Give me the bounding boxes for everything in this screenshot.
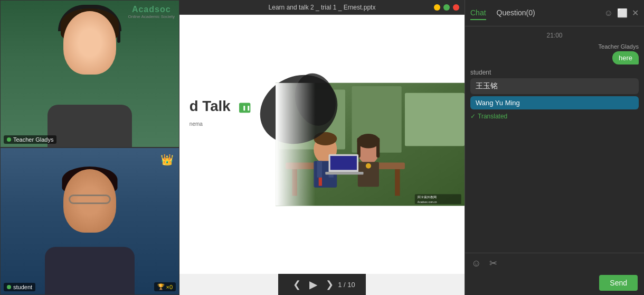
close-header-icon[interactable]: ✕ (632, 8, 639, 18)
svg-text:nema: nema (190, 121, 203, 127)
teacher-name-label: Teacher Gladys (13, 136, 53, 143)
send-button[interactable]: Send (599, 275, 638, 291)
student-name-badge: student (4, 283, 35, 291)
translated-badge: ✓ Translated (470, 113, 639, 120)
translated-text-bubble: Wang Yu Ming (470, 96, 639, 109)
trophy-icon: 🏆 (157, 283, 165, 290)
acadsoc-logo-text: Acadsoc (128, 5, 175, 14)
chat-header-icons: ☺ ⬜ ✕ (604, 8, 639, 18)
scissors-icon[interactable]: ✂ (489, 257, 497, 269)
titlebar-controls (434, 4, 459, 11)
svg-rect-23 (325, 172, 363, 174)
trophy-badge: 🏆 ×0 (154, 282, 176, 291)
svg-text:d Talk: d Talk (190, 98, 231, 114)
teacher-face (63, 11, 116, 75)
svg-rect-5 (405, 93, 465, 146)
presentation-titlebar: Learn and talk 2 _ trial 1 _ Ernest.pptx (179, 0, 465, 15)
svg-rect-26 (276, 83, 315, 206)
slide-counter: 1 / 10 (338, 281, 355, 289)
mic-icon (7, 137, 11, 142)
teacher-body (48, 105, 132, 147)
prev-slide-button[interactable]: ❮ (289, 276, 305, 292)
emoji-icon[interactable]: ☺ (471, 258, 481, 269)
chat-footer: ☺ ✂ Send (465, 253, 644, 295)
close-button[interactable] (453, 4, 459, 11)
center-panel: Learn and talk 2 _ trial 1 _ Ernest.pptx (179, 0, 465, 295)
send-btn-container: Send (471, 275, 638, 291)
chat-time: 21:00 (470, 32, 639, 39)
maximize-button[interactable] (443, 4, 450, 11)
tab-chat[interactable]: Chat (470, 6, 486, 20)
student-avatar-bg: 👑 (1, 148, 179, 294)
svg-text:Acadsoc.com.cn: Acadsoc.com.cn (418, 200, 437, 204)
student-message-area: student 王玉铭 Wang Yu Ming ✓ Translated (470, 69, 639, 120)
student-mic-icon (7, 285, 11, 289)
glasses-icon (69, 195, 111, 204)
svg-point-18 (357, 134, 380, 149)
teacher-message-bubble: here (612, 51, 639, 64)
student-message-sender: student (470, 69, 639, 76)
svg-text:阿卡索外教网: 阿卡索外教网 (418, 196, 437, 199)
next-slide-button[interactable]: ❯ (321, 276, 338, 292)
svg-text:❚❚: ❚❚ (242, 105, 251, 111)
student-body (45, 247, 135, 294)
chat-header: Chat Question(0) ☺ ⬜ ✕ (465, 0, 644, 26)
teacher-message-sender: Teacher Gladys (599, 43, 639, 50)
student-name-label: student (13, 284, 32, 290)
right-panel: Chat Question(0) ☺ ⬜ ✕ 21:00 Teacher Gla… (465, 0, 644, 295)
svg-rect-22 (330, 156, 357, 170)
svg-rect-8 (395, 169, 400, 196)
slide-scene-svg: 阿卡索外教网 Acadsoc.com.cn d Talk ❚❚ nema (179, 15, 465, 274)
teacher-message-container: Teacher Gladys here (470, 43, 639, 64)
teacher-name-badge: Teacher Gladys (4, 135, 56, 144)
footer-icons: ☺ ✂ (471, 257, 638, 269)
minimize-button[interactable] (434, 4, 440, 11)
slide-container: 阿卡索外教网 Acadsoc.com.cn d Talk ❚❚ nema (179, 15, 465, 274)
chinese-text-bubble: 王玉铭 (470, 78, 639, 94)
translated-label: Translated (478, 113, 507, 120)
chat-tabs: Chat Question(0) (470, 6, 535, 20)
resize-header-icon[interactable]: ⬜ (617, 8, 628, 18)
svg-point-17 (366, 163, 371, 169)
check-icon: ✓ (470, 113, 476, 120)
crown-icon: 👑 (160, 153, 174, 166)
slide-background: 阿卡索外教网 Acadsoc.com.cn d Talk ❚❚ nema (179, 15, 465, 274)
play-pause-button[interactable]: ▶ (305, 276, 321, 293)
acadsoc-logo: Acadsoc Online Academic Society (128, 5, 175, 19)
teacher-video-feed: Acadsoc Online Academic Society Teacher … (0, 0, 179, 148)
presentation-area: 阿卡索外教网 Acadsoc.com.cn d Talk ❚❚ nema ❮ ▶… (179, 15, 465, 295)
smiley-header-icon[interactable]: ☺ (604, 8, 613, 18)
svg-rect-12 (317, 161, 322, 177)
chat-body: 21:00 Teacher Gladys here student 王玉铭 Wa… (465, 26, 644, 253)
student-video-feed: 👑 student 🏆 ×0 (0, 148, 179, 295)
slide-controls: ❮ ▶ ❯ 1 / 10 (278, 274, 366, 295)
teacher-avatar-bg: Acadsoc Online Academic Society (1, 1, 179, 147)
left-panel: Acadsoc Online Academic Society Teacher … (0, 0, 179, 295)
svg-rect-20 (376, 137, 380, 158)
presentation-title: Learn and talk 2 _ trial 1 _ Ernest.pptx (269, 4, 376, 11)
acadsoc-tagline: Online Academic Society (128, 14, 175, 19)
trophy-count: ×0 (166, 284, 173, 290)
tab-question[interactable]: Question(0) (497, 6, 535, 20)
